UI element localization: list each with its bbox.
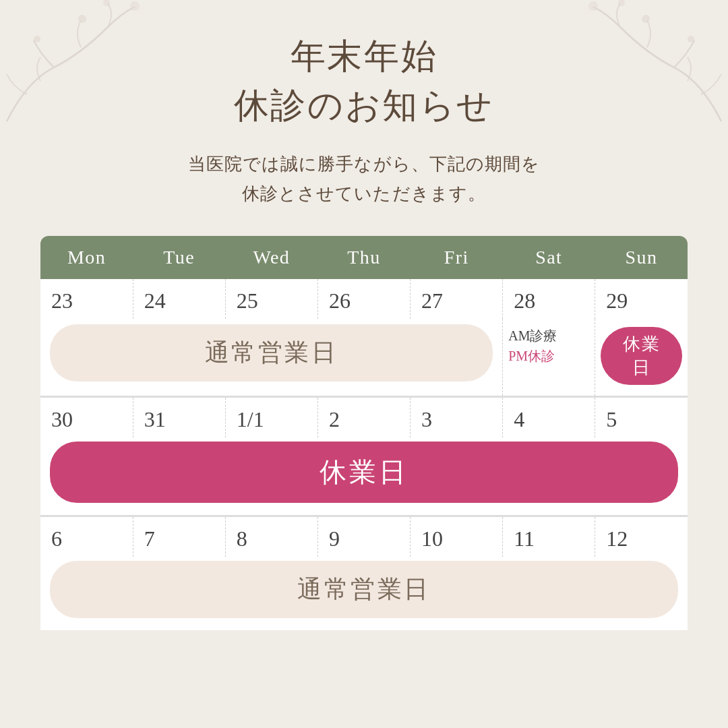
date-5: 5 (595, 398, 688, 437)
week2-closed-banner: 休業日 (50, 442, 678, 503)
date-6: 6 (40, 517, 133, 557)
week2-closed-banner-cell: 休業日 (40, 437, 688, 515)
calendar-table: Mon Tue Wed Thu Fri Sat Sun 23 24 25 26 … (40, 236, 688, 630)
week3-normal-banner: 通常営業日 (50, 561, 678, 618)
date-2: 2 (317, 398, 410, 437)
date-24: 24 (133, 279, 225, 319)
header-sat: Sat (503, 236, 595, 279)
date-30: 30 (40, 398, 133, 437)
date-9: 9 (317, 517, 410, 557)
week2-banner-row: 休業日 (40, 437, 688, 515)
week1-banner-row: 通常営業日 AM診療 PM休診 休業日 (40, 319, 688, 396)
sun-29-cell: 休業日 (595, 319, 688, 396)
week2-banner-inner: 休業日 (50, 442, 678, 503)
header-tue: Tue (133, 236, 225, 279)
week1-normal-banner-cell: 通常営業日 (40, 319, 503, 396)
subtitle: 当医院では誠に勝手ながら、下記の期間を 休診とさせていただきます。 (188, 150, 540, 209)
date-12: 12 (595, 517, 688, 557)
week3-normal-banner-cell: 通常営業日 (40, 557, 688, 630)
date-28: 28 (503, 279, 595, 319)
date-11: 1/1 (225, 398, 317, 437)
header-thu: Thu (317, 236, 410, 279)
header-wed: Wed (225, 236, 317, 279)
date-7: 7 (133, 517, 225, 557)
date-25: 25 (225, 279, 317, 319)
sat-note: AM診療 PM休診 (508, 323, 595, 366)
date-3: 3 (411, 398, 503, 437)
date-10: 10 (411, 517, 503, 557)
date-31: 31 (133, 398, 225, 437)
sun-closed-badge: 休業日 (601, 327, 682, 385)
date-29: 29 (595, 279, 688, 319)
week1-date-row: 23 24 25 26 27 28 29 (40, 279, 688, 319)
date-23: 23 (40, 279, 133, 319)
week1-banner-inner: 通常営業日 (50, 324, 493, 382)
header-mon: Mon (40, 236, 133, 279)
week3-date-row: 6 7 8 9 10 11 12 (40, 517, 688, 557)
header-sun: Sun (595, 236, 688, 279)
page-title: 年末年始 休診のお知らせ (234, 32, 494, 131)
week3-banner-inner: 通常営業日 (50, 561, 678, 618)
header-fri: Fri (411, 236, 503, 279)
date-27: 27 (411, 279, 503, 319)
date-8: 8 (225, 517, 317, 557)
week3-banner-row: 通常営業日 (40, 557, 688, 630)
date-4: 4 (503, 398, 595, 437)
date-26: 26 (317, 279, 410, 319)
sat-28-note: AM診療 PM休診 (503, 319, 595, 396)
week1-normal-banner: 通常営業日 (50, 324, 493, 382)
date-11b: 11 (503, 517, 595, 557)
week2-date-row: 30 31 1/1 2 3 4 5 (40, 398, 688, 437)
calendar-header-row: Mon Tue Wed Thu Fri Sat Sun (40, 236, 688, 279)
